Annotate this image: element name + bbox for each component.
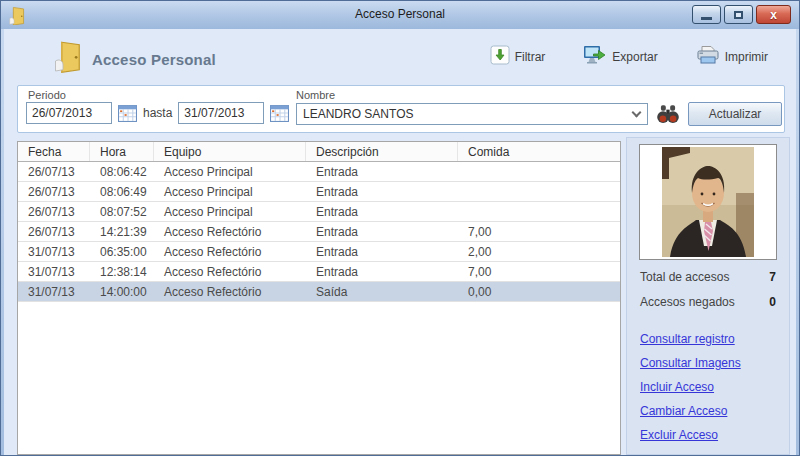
page-title: Acceso Personal	[92, 51, 216, 68]
employee-photo	[662, 147, 754, 257]
link-incluir-acceso[interactable]: Incluir Acceso	[640, 380, 741, 394]
table-row[interactable]: 26/07/13 08:06:42 Acceso Principal Entra…	[18, 162, 620, 182]
col-header-descripcion: Descripción	[306, 142, 458, 161]
cell-hora: 06:35:00	[90, 245, 154, 259]
exportar-button[interactable]: Exportar	[583, 45, 657, 68]
photo-frame	[639, 144, 777, 260]
link-excluir-acceso[interactable]: Excluir Acceso	[640, 428, 741, 442]
window-controls: x	[692, 5, 791, 24]
nombre-row: LEANDRO SANTOS Actualizar	[296, 102, 782, 126]
sidebar-links: Consultar registro Consultar Imagens Inc…	[640, 332, 741, 452]
window-title: Acceso Personal	[1, 7, 799, 21]
col-header-comida: Comida	[458, 142, 620, 161]
calendar-icon	[270, 104, 289, 122]
table-header-row: Fecha Hora Equipo Descripción Comida	[18, 142, 620, 162]
cell-hora: 08:06:42	[90, 165, 154, 179]
stat-total-accesos: Total de accesos 7	[627, 264, 789, 289]
periodo-label: Periodo	[28, 89, 66, 101]
col-header-equipo: Equipo	[154, 142, 306, 161]
cell-comida: 7,00	[458, 225, 620, 239]
table-row[interactable]: 26/07/13 08:06:49 Acceso Principal Entra…	[18, 182, 620, 202]
link-consultar-registro[interactable]: Consultar registro	[640, 332, 741, 346]
cell-hora: 08:07:52	[90, 205, 154, 219]
table-body: 26/07/13 08:06:42 Acceso Principal Entra…	[18, 162, 620, 302]
cell-fecha: 26/07/13	[18, 165, 90, 179]
cell-descripcion: Entrada	[306, 205, 458, 219]
nombre-combobox[interactable]: LEANDRO SANTOS	[296, 103, 648, 125]
stat-label: Total de accesos	[640, 270, 729, 284]
cell-descripcion: Entrada	[306, 165, 458, 179]
cell-descripcion: Entrada	[306, 225, 458, 239]
calendar-icon	[118, 104, 137, 122]
minimize-button[interactable]	[692, 5, 721, 24]
close-icon: x	[770, 8, 777, 22]
window-body: Acceso Personal Filtrar	[4, 29, 796, 455]
binoculars-icon	[656, 104, 680, 124]
table-row[interactable]: 31/07/13 06:35:00 Acceso Refectório Entr…	[18, 242, 620, 262]
link-consultar-imagens[interactable]: Consultar Imagens	[640, 356, 741, 370]
stat-accesos-negados: Accesos negados 0	[627, 289, 789, 314]
table-row[interactable]: 26/07/13 08:07:52 Acceso Principal Entra…	[18, 202, 620, 222]
filter-download-icon	[490, 45, 510, 68]
date-to-input[interactable]	[178, 102, 264, 124]
export-monitor-icon	[583, 45, 607, 68]
date-from-input[interactable]	[26, 102, 112, 124]
nombre-value: LEANDRO SANTOS	[303, 107, 413, 121]
periodo-row: hasta	[26, 102, 289, 124]
nombre-label: Nombre	[296, 89, 335, 101]
app-window: Acceso Personal x Acceso Personal	[0, 0, 800, 456]
cell-descripcion: Entrada	[306, 245, 458, 259]
printer-icon	[696, 45, 720, 68]
cell-comida: 7,00	[458, 265, 620, 279]
cell-fecha: 31/07/13	[18, 265, 90, 279]
cell-hora: 08:06:49	[90, 185, 154, 199]
cell-descripcion: Saída	[306, 285, 458, 299]
stat-value: 7	[769, 270, 776, 284]
actualizar-button[interactable]: Actualizar	[688, 102, 782, 126]
search-person-button[interactable]	[656, 104, 680, 124]
filtrar-label: Filtrar	[515, 50, 546, 64]
hasta-label: hasta	[143, 106, 172, 120]
col-header-fecha: Fecha	[18, 142, 90, 161]
stat-value: 0	[769, 295, 776, 309]
cell-hora: 14:00:00	[90, 285, 154, 299]
table-row[interactable]: 31/07/13 12:38:14 Acceso Refectório Entr…	[18, 262, 620, 282]
cell-fecha: 31/07/13	[18, 245, 90, 259]
table-row[interactable]: 26/07/13 14:21:39 Acceso Refectório Entr…	[18, 222, 620, 242]
col-header-hora: Hora	[90, 142, 154, 161]
access-table: Fecha Hora Equipo Descripción Comida 26/…	[17, 141, 621, 455]
filter-panel: Periodo Nombre hasta	[17, 85, 785, 133]
door-icon	[53, 39, 83, 73]
filtrar-button[interactable]: Filtrar	[490, 45, 546, 68]
chevron-down-icon	[632, 107, 642, 117]
calendar-to-button[interactable]	[270, 104, 289, 122]
cell-comida: 2,00	[458, 245, 620, 259]
sidebar: Total de accesos 7 Accesos negados 0 Con…	[626, 137, 790, 455]
cell-equipo: Acceso Refectório	[154, 245, 306, 259]
cell-hora: 14:21:39	[90, 225, 154, 239]
cell-equipo: Acceso Refectório	[154, 265, 306, 279]
cell-descripcion: Entrada	[306, 265, 458, 279]
header-actions: Filtrar Exportar	[490, 45, 768, 68]
cell-equipo: Acceso Refectório	[154, 225, 306, 239]
cell-fecha: 26/07/13	[18, 185, 90, 199]
cell-equipo: Acceso Refectório	[154, 285, 306, 299]
cell-hora: 12:38:14	[90, 265, 154, 279]
calendar-from-button[interactable]	[118, 104, 137, 122]
sidebar-stats: Total de accesos 7 Accesos negados 0	[627, 264, 789, 314]
close-button[interactable]: x	[756, 5, 791, 24]
minimize-icon	[701, 17, 712, 20]
table-row[interactable]: 31/07/13 14:00:00 Acceso Refectório Saíd…	[18, 282, 620, 302]
stat-label: Accesos negados	[640, 295, 735, 309]
maximize-button[interactable]	[724, 5, 753, 24]
imprimir-button[interactable]: Imprimir	[696, 45, 768, 68]
exportar-label: Exportar	[612, 50, 657, 64]
cell-comida: 0,00	[458, 285, 620, 299]
imprimir-label: Imprimir	[725, 50, 768, 64]
cell-equipo: Acceso Principal	[154, 185, 306, 199]
page-header: Acceso Personal Filtrar	[4, 29, 796, 85]
link-cambiar-acceso[interactable]: Cambiar Acceso	[640, 404, 741, 418]
cell-fecha: 26/07/13	[18, 205, 90, 219]
titlebar[interactable]: Acceso Personal x	[1, 1, 799, 29]
cell-equipo: Acceso Principal	[154, 165, 306, 179]
